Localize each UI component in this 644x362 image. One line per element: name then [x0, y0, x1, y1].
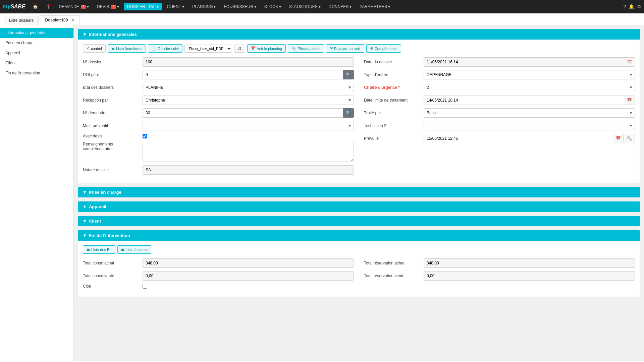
prevu-le-search-button[interactable]: 🔍	[624, 134, 635, 143]
tab-dossier-100[interactable]: Dossier:100 ✕	[40, 15, 79, 25]
nav-fournisseur[interactable]: FOURNISSEUR ▾	[220, 3, 259, 10]
envoyer-mail-button[interactable]: ✉ Envoyer un mail	[326, 44, 364, 53]
navbar-right: ? 🔔 ⚙	[623, 4, 641, 9]
nav-stock[interactable]: STOCK ▾	[261, 3, 284, 10]
form-row-date-limite: Date limite de traitement 📅	[364, 96, 635, 105]
dossier-suivi-button[interactable]: 📄 Dossier suivi	[148, 44, 182, 53]
total-reservation-vente-label: Total réservation vente	[364, 274, 421, 278]
dossier-badge: 100	[147, 5, 156, 9]
sidebar-item-informations[interactable]: Informations générales	[0, 28, 73, 38]
nav-client[interactable]: CLIENT ▾	[163, 3, 187, 10]
sidebar: Informations générales Prise en charge A…	[0, 25, 74, 361]
critere-urgence-label: Critère d'urgence *	[364, 85, 421, 90]
competences-button[interactable]: ⚙ Compétences	[366, 44, 401, 53]
traite-par-select[interactable]: Basile	[424, 108, 635, 118]
form-row-technicien2: Technicien 2 ▼	[364, 121, 635, 130]
clos-checkbox[interactable]	[143, 284, 147, 289]
form-row-etat: État des dossiers PLANIFIE ▼	[83, 83, 354, 92]
nav-statistiques[interactable]: STATISTIQUES ▾	[286, 3, 324, 10]
nav-planning[interactable]: PLANNING ▾	[189, 3, 219, 10]
nav-donnees[interactable]: DONNÉES ▾	[325, 3, 355, 10]
section-fin-header[interactable]: ▼ Fin de l'intervention	[78, 230, 640, 241]
tabs-bar: Liste dossiers Dossier:100 ✕	[0, 13, 644, 25]
voir-planning-button[interactable]: 📅 Voir le planning	[247, 44, 286, 53]
liste-bl-button[interactable]: ☰ Liste des BL	[83, 245, 115, 254]
date-limite-input[interactable]	[424, 96, 624, 105]
nav-devis[interactable]: DEVIS 2 ▾	[94, 3, 122, 10]
date-dossier-label: Date du dossier	[364, 60, 421, 64]
main-layout: Informations générales Prise en charge A…	[0, 25, 644, 361]
form-row-avec-devis: Avec devis	[83, 134, 354, 138]
doi-pere-search-button[interactable]: 🔍	[343, 70, 354, 79]
tab-liste-dossiers[interactable]: Liste dossiers	[4, 16, 39, 25]
nav-demande[interactable]: DEMANDE 2 ▾	[56, 3, 93, 10]
prevu-le-field: 📅 🔍	[424, 134, 635, 143]
bell-icon[interactable]: 🔔	[629, 4, 634, 9]
sidebar-item-fin[interactable]: Fin de l'intervention	[0, 68, 73, 78]
critere-urgence-select[interactable]: 2	[424, 83, 635, 92]
motif-preventif-select[interactable]	[143, 121, 354, 130]
avec-devis-label: Avec devis	[83, 134, 140, 138]
nature-dossier-label: Nature dossier	[83, 168, 140, 172]
help-icon[interactable]: ?	[623, 4, 626, 9]
nav-home[interactable]: 🏠	[30, 3, 41, 10]
traite-par-field: Basile ▼	[424, 108, 635, 118]
settings-icon[interactable]: ⚙	[637, 4, 641, 9]
control-button[interactable]: ✓ control	[83, 44, 106, 53]
client-chevron-icon: ▼	[83, 219, 87, 224]
liste-fournitures-button[interactable]: ☰ Liste fournitures	[108, 44, 146, 53]
numero-demande-search-button[interactable]: 🔍	[343, 108, 354, 118]
reception-par-label: Réception par	[83, 98, 140, 103]
totals-grid: Total conso achat Total conso vente Clos	[83, 258, 635, 292]
numero-demande-input[interactable]	[143, 108, 343, 118]
type-entree-select[interactable]: DEPANNAGE	[424, 70, 635, 79]
nav-dossier[interactable]: DOSSIER 100 ▾	[124, 3, 162, 10]
date-dossier-calendar-button[interactable]: 📅	[624, 57, 635, 67]
fiche-select[interactable]: Fiche_inter_std_PDF	[184, 45, 232, 53]
form-row-clos: Clos	[83, 284, 354, 289]
nav-map[interactable]: 📍	[43, 3, 54, 10]
section-appareil-header[interactable]: ▼ Appareil	[78, 201, 640, 212]
form-row-total-reservation-achat: Total réservation achat	[364, 258, 635, 268]
prevu-le-input[interactable]	[424, 134, 613, 143]
avec-devis-checkbox[interactable]	[143, 134, 147, 138]
pieces-jointes-button[interactable]: 📎 Pièces jointes	[288, 44, 324, 53]
liste-factures-button[interactable]: ☰ Liste factures	[117, 245, 151, 254]
sidebar-item-client[interactable]: Client	[0, 58, 73, 68]
print-button[interactable]: 🖨	[234, 45, 245, 53]
reception-par-select[interactable]: Christophe	[143, 96, 354, 105]
doi-pere-input[interactable]	[143, 70, 343, 79]
date-limite-label: Date limite de traitement	[364, 98, 421, 103]
tab-close-icon[interactable]: ✕	[71, 18, 74, 22]
reception-par-field: Christophe ▼	[143, 96, 354, 105]
fin-chevron-icon: ▼	[83, 233, 87, 238]
etat-dossiers-field: PLANIFIE ▼	[143, 83, 354, 92]
content: ▼ Informations générales ✓ control ☰ Lis…	[74, 25, 644, 361]
clos-label: Clos	[83, 284, 140, 289]
total-conso-vente-label: Total conso vente	[83, 274, 140, 278]
technicien2-select[interactable]	[424, 121, 635, 130]
date-limite-field: 📅	[424, 96, 635, 105]
nature-dossier-input	[143, 165, 354, 175]
section-client-header[interactable]: ▼ Client	[78, 216, 640, 226]
form-row-prevu-le: Prévu le 📅 🔍	[364, 134, 635, 143]
nav-parametres[interactable]: PARAMÈTRES ▾	[356, 3, 393, 10]
informations-toolbar: ✓ control ☰ Liste fournitures 📄 Dossier …	[83, 44, 635, 53]
etat-dossiers-select[interactable]: PLANIFIE	[143, 83, 354, 92]
type-entree-field: DEPANNAGE ▼	[424, 70, 635, 79]
demande-badge: 2	[81, 5, 86, 9]
form-row-nature: Nature dossier	[83, 165, 354, 175]
form-row-renseignements: Renseignements complémentaires	[83, 142, 354, 162]
sidebar-item-prise[interactable]: Prise en charge	[0, 38, 73, 48]
section-prise-header[interactable]: ▼ Prise en charge	[78, 187, 640, 197]
renseignements-textarea[interactable]	[143, 142, 354, 162]
print-icon: 🖨	[238, 47, 241, 51]
section-informations-header[interactable]: ▼ Informations générales	[78, 29, 640, 40]
prevu-le-calendar-button[interactable]: 📅	[613, 134, 624, 143]
numero-dossier-input	[143, 57, 354, 67]
traite-par-label: Traité par	[364, 111, 421, 115]
sidebar-item-appareil[interactable]: Appareil	[0, 48, 73, 58]
date-limite-calendar-button[interactable]: 📅	[624, 96, 635, 105]
gear-icon: ⚙	[370, 46, 373, 51]
form-row-critere: Critère d'urgence * 2 ▼	[364, 83, 635, 92]
